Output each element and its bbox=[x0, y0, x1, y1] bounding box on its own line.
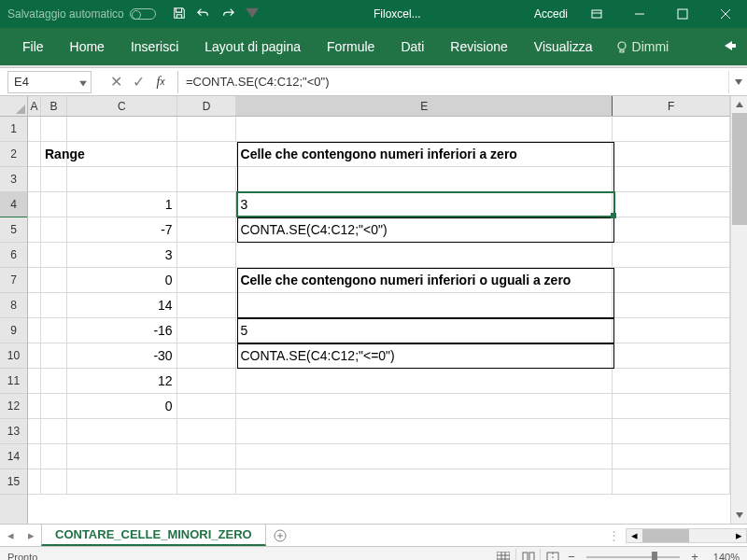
expand-formula-bar[interactable] bbox=[728, 71, 747, 93]
confirm-formula-button[interactable]: ✓ bbox=[127, 71, 149, 93]
sheet-tab[interactable]: CONTARE_CELLE_MINORI_ZERO bbox=[41, 525, 266, 546]
cell-C8[interactable]: 14 bbox=[67, 293, 177, 318]
ribbon-tabs: File Home Inserisci Layout di pagina For… bbox=[0, 28, 747, 65]
row-header[interactable]: 3 bbox=[0, 167, 27, 192]
cell-B2[interactable]: Range bbox=[41, 142, 67, 167]
undo-icon[interactable] bbox=[197, 7, 210, 22]
svg-marker-8 bbox=[735, 79, 742, 85]
scroll-right-icon[interactable]: ▸ bbox=[731, 528, 746, 542]
close-button[interactable] bbox=[704, 0, 747, 28]
sheet-nav-next[interactable]: ▸ bbox=[21, 525, 41, 546]
row-header[interactable]: 11 bbox=[0, 369, 27, 394]
row-header[interactable]: 8 bbox=[0, 293, 27, 318]
cell-C5[interactable]: -7 bbox=[67, 217, 177, 243]
row-header[interactable]: 4 bbox=[0, 192, 27, 217]
cell-C6[interactable]: 3 bbox=[67, 243, 177, 268]
cell-C7[interactable]: 0 bbox=[67, 268, 177, 293]
select-all-corner[interactable] bbox=[0, 96, 27, 117]
row-header[interactable]: 12 bbox=[0, 394, 27, 419]
view-normal-button[interactable] bbox=[491, 549, 515, 561]
cell-C12[interactable]: 0 bbox=[67, 394, 177, 419]
cell-E5[interactable]: CONTA.SE(C4:C12;"<0") bbox=[236, 217, 613, 243]
cell-C11[interactable]: 12 bbox=[67, 369, 177, 394]
cell-E2[interactable]: Celle che contengono numeri inferiori a … bbox=[237, 142, 613, 167]
horizontal-scrollbar[interactable]: ◂ ▸ bbox=[626, 528, 747, 543]
zoom-slider[interactable] bbox=[586, 556, 680, 558]
col-header[interactable]: F bbox=[613, 96, 730, 116]
tab-file[interactable]: File bbox=[9, 28, 57, 65]
cell-C9[interactable]: -16 bbox=[67, 318, 177, 343]
row-header[interactable]: 2 bbox=[0, 142, 27, 167]
row-header[interactable]: 9 bbox=[0, 318, 27, 343]
tab-visualizza[interactable]: Visualizza bbox=[521, 28, 606, 65]
status-ready: Pronto bbox=[7, 552, 37, 561]
col-header[interactable]: A bbox=[28, 96, 41, 116]
col-header[interactable]: D bbox=[177, 96, 237, 116]
grid-cells[interactable]: A B C D E F RangeCelle che contengono nu… bbox=[28, 96, 730, 524]
minimize-button[interactable] bbox=[618, 0, 661, 28]
tab-dati[interactable]: Dati bbox=[388, 28, 437, 65]
bulb-icon bbox=[615, 40, 628, 53]
row-header[interactable]: 14 bbox=[0, 444, 27, 469]
name-box-value: E4 bbox=[14, 75, 29, 89]
ribbon-options-button[interactable] bbox=[575, 0, 618, 28]
name-box[interactable]: E4 bbox=[7, 71, 92, 93]
quick-access-toolbar bbox=[163, 7, 268, 22]
vertical-scrollbar[interactable] bbox=[730, 96, 747, 524]
fx-button[interactable]: fx bbox=[149, 71, 172, 93]
col-header[interactable]: E bbox=[236, 96, 613, 116]
cell-area[interactable]: RangeCelle che contengono numeri inferio… bbox=[28, 117, 730, 495]
col-header[interactable]: C bbox=[67, 96, 177, 116]
zoom-level[interactable]: 140% bbox=[702, 552, 740, 561]
cell-E4[interactable]: 3 bbox=[236, 192, 613, 217]
hscroll-thumb[interactable] bbox=[642, 529, 689, 542]
row-header[interactable]: 15 bbox=[0, 469, 27, 495]
scroll-down-icon[interactable] bbox=[731, 507, 747, 524]
redo-icon[interactable] bbox=[221, 7, 234, 22]
add-sheet-button[interactable] bbox=[266, 529, 294, 542]
zoom-knob[interactable] bbox=[652, 552, 657, 561]
svg-rect-14 bbox=[529, 553, 534, 561]
spreadsheet-grid: 1 2 3 4 5 6 7 8 9 10 11 12 13 14 15 A B … bbox=[0, 96, 747, 524]
formula-input[interactable] bbox=[177, 71, 728, 93]
qat-more-icon[interactable] bbox=[246, 7, 259, 22]
scroll-up-icon[interactable] bbox=[731, 96, 747, 113]
cell-E7[interactable]: Celle che contengono numeri inferiori o … bbox=[236, 268, 613, 293]
tell-me-label: Dimmi bbox=[632, 39, 669, 54]
chevron-down-icon bbox=[79, 75, 87, 89]
col-header[interactable]: B bbox=[41, 96, 67, 116]
tab-layout[interactable]: Layout di pagina bbox=[191, 28, 314, 65]
scroll-left-icon[interactable]: ◂ bbox=[627, 528, 641, 542]
row-header[interactable]: 13 bbox=[0, 419, 27, 444]
row-header[interactable]: 6 bbox=[0, 243, 27, 268]
drag-handle-icon[interactable]: ⋮ bbox=[608, 528, 626, 542]
row-header[interactable]: 1 bbox=[0, 117, 27, 142]
cell-E9[interactable]: 5 bbox=[236, 318, 613, 343]
save-icon[interactable] bbox=[173, 7, 186, 22]
row-header[interactable]: 10 bbox=[0, 343, 27, 369]
row-header[interactable]: 5 bbox=[0, 217, 27, 243]
zoom-in-button[interactable]: + bbox=[687, 550, 702, 560]
svg-rect-1 bbox=[592, 10, 601, 18]
maximize-button[interactable] bbox=[661, 0, 704, 28]
cell-C4[interactable]: 1 bbox=[67, 192, 177, 217]
tab-formule[interactable]: Formule bbox=[314, 28, 388, 65]
sign-in-link[interactable]: Accedi bbox=[527, 7, 575, 21]
tab-inserisci[interactable]: Inserisci bbox=[118, 28, 191, 65]
autosave-toggle[interactable]: Salvataggio automatico bbox=[0, 7, 163, 21]
tab-home[interactable]: Home bbox=[57, 28, 118, 65]
share-button[interactable] bbox=[723, 38, 738, 56]
cell-E10[interactable]: CONTA.SE(C4:C12;"<=0") bbox=[236, 343, 613, 369]
row-header[interactable]: 7 bbox=[0, 268, 27, 293]
view-page-break-button[interactable] bbox=[540, 549, 564, 561]
cancel-formula-button[interactable]: ✕ bbox=[105, 71, 127, 93]
scroll-thumb[interactable] bbox=[732, 113, 747, 225]
zoom-out-button[interactable]: − bbox=[564, 550, 579, 560]
cell-C10[interactable]: -30 bbox=[67, 343, 177, 369]
formula-bar: E4 ✕ ✓ fx bbox=[0, 68, 747, 96]
svg-rect-3 bbox=[678, 9, 687, 19]
tab-revisione[interactable]: Revisione bbox=[437, 28, 520, 65]
tell-me[interactable]: Dimmi bbox=[606, 39, 679, 54]
view-page-layout-button[interactable] bbox=[515, 549, 540, 561]
sheet-nav-prev[interactable]: ◂ bbox=[0, 525, 21, 546]
